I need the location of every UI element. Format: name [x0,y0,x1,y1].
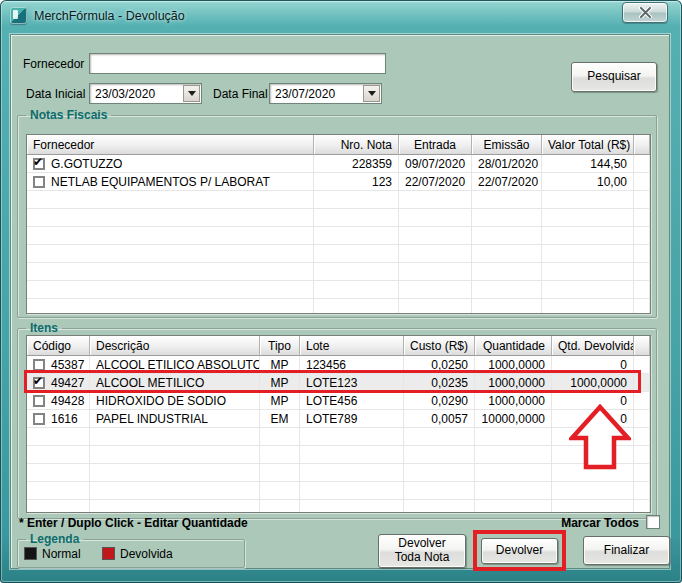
row-checkbox[interactable] [33,158,45,170]
empty-cell [634,446,650,464]
devolver-button[interactable]: Devolver [481,538,558,564]
cell-spacer[interactable] [634,410,650,428]
cell-valor_total[interactable]: 144,50 [542,155,634,173]
cell-nro_nota[interactable]: 228359 [314,155,399,173]
empty-row [27,428,650,446]
column-header[interactable]: Código [27,336,90,356]
cell-text: 1000,0000 [488,376,545,390]
cell-entrada[interactable]: 09/07/2020 [399,155,472,173]
marcar-todos-checkbox[interactable] [646,515,660,529]
cell-qtd_devolvida[interactable]: 0 [552,356,634,374]
table-row[interactable]: 49428HIDROXIDO DE SODIOMPLOTE4560,029010… [27,392,650,410]
cell-qtd_devolvida[interactable]: 1000,0000 [552,374,634,392]
empty-cell [404,446,475,464]
legend-swatch-normal [24,547,37,560]
column-header[interactable]: Fornecedor [27,135,314,155]
close-button[interactable] [622,2,668,23]
column-header[interactable]: Descrição [90,336,260,356]
empty-cell [542,263,634,281]
column-header[interactable]: Nro. Nota [314,135,399,155]
cell-fornecedor[interactable]: G.GOTUZZO [27,155,314,173]
cell-spacer[interactable] [634,356,650,374]
notas-fiscais-table: FornecedorNro. NotaEntradaEmissãoValor T… [26,134,651,314]
cell-tipo[interactable]: MP [260,374,300,392]
finalizar-button[interactable]: Finalizar [583,536,670,565]
data-final-combobox[interactable]: 23/07/2020 [269,83,382,104]
cell-emissao[interactable]: 22/07/2020 [472,173,542,191]
fornecedor-input[interactable] [89,53,386,74]
cell-descricao[interactable]: ALCOOL METILICO [90,374,260,392]
empty-row [27,281,650,299]
empty-cell [472,191,542,209]
cell-qtd_devolvida[interactable]: 0 [552,392,634,410]
column-header[interactable]: Quantidade [475,336,552,356]
row-checkbox[interactable] [33,395,45,407]
cell-custo[interactable]: 0,0235 [404,374,475,392]
table-row[interactable]: G.GOTUZZO22835909/07/202028/01/2020144,5… [27,155,650,173]
cell-spacer[interactable] [634,374,650,392]
table-row[interactable]: 49427ALCOOL METILICOMPLOTE1230,02351000,… [27,374,650,392]
cell-spacer[interactable] [634,155,650,173]
cell-valor_total[interactable]: 10,00 [542,173,634,191]
cell-text: 10,00 [597,175,627,189]
cell-emissao[interactable]: 28/01/2020 [472,155,542,173]
cell-lote[interactable]: 123456 [300,356,404,374]
column-header[interactable]: Custo (R$) [404,336,475,356]
cell-lote[interactable]: LOTE789 [300,410,404,428]
empty-cell [27,281,314,299]
cell-descricao[interactable]: PAPEL INDUSTRIAL [90,410,260,428]
cell-lote[interactable]: LOTE123 [300,374,404,392]
empty-cell [542,191,634,209]
column-header[interactable]: Valor Total (R$) [542,135,634,155]
table-row[interactable]: 45387ALCOOL ETILICO ABSOLUTOMP1234560,02… [27,356,650,374]
row-checkbox[interactable] [33,413,45,425]
cell-tipo[interactable]: EM [260,410,300,428]
cell-nro_nota[interactable]: 123 [314,173,399,191]
cell-lote[interactable]: LOTE456 [300,392,404,410]
column-header[interactable]: Entrada [399,135,472,155]
cell-entrada[interactable]: 22/07/2020 [399,173,472,191]
pesquisar-button[interactable]: Pesquisar [571,62,657,92]
devolver-toda-nota-button[interactable]: Devolver Toda Nota [378,534,466,568]
data-final-dropdown-button[interactable] [363,85,380,102]
cell-fornecedor[interactable]: NETLAB EQUIPAMENTOS P/ LABORAT [27,173,314,191]
empty-cell [634,281,650,299]
cell-custo[interactable]: 0,0290 [404,392,475,410]
cell-text: 09/07/2020 [405,157,465,171]
cell-quantidade[interactable]: 1000,0000 [475,392,552,410]
column-header[interactable]: Qtd. Devolvida [552,336,634,356]
cell-quantidade[interactable]: 10000,0000 [475,410,552,428]
cell-qtd_devolvida[interactable]: 0 [552,410,634,428]
data-inicial-dropdown-button[interactable] [183,85,200,102]
legenda-group: Legenda Normal Devolvida [17,532,245,568]
cell-custo[interactable]: 0,0250 [404,356,475,374]
cell-text: 0 [620,412,627,426]
table-row[interactable]: NETLAB EQUIPAMENTOS P/ LABORAT12322/07/2… [27,173,650,191]
row-checkbox[interactable] [33,377,45,389]
cell-spacer[interactable] [634,173,650,191]
data-inicial-combobox[interactable]: 23/03/2020 [89,83,202,104]
column-header[interactable]: Lote [300,336,404,356]
column-header-spacer [634,135,650,155]
cell-text: LOTE789 [306,412,357,426]
cell-codigo[interactable]: 49428 [27,392,90,410]
cell-codigo[interactable]: 1616 [27,410,90,428]
cell-codigo[interactable]: 49427 [27,374,90,392]
cell-quantidade[interactable]: 1000,0000 [475,374,552,392]
column-header[interactable]: Tipo [260,336,300,356]
cell-descricao[interactable]: HIDROXIDO DE SODIO [90,392,260,410]
empty-cell [475,464,552,482]
cell-tipo[interactable]: MP [260,392,300,410]
cell-descricao[interactable]: ALCOOL ETILICO ABSOLUTO [90,356,260,374]
row-checkbox[interactable] [33,176,45,188]
empty-cell [634,464,650,482]
cell-codigo[interactable]: 45387 [27,356,90,374]
cell-custo[interactable]: 0,0057 [404,410,475,428]
cell-quantidade[interactable]: 1000,0000 [475,356,552,374]
chevron-down-icon [368,91,376,96]
table-row[interactable]: 1616PAPEL INDUSTRIALEMLOTE7890,005710000… [27,410,650,428]
column-header[interactable]: Emissão [472,135,542,155]
cell-spacer[interactable] [634,392,650,410]
row-checkbox[interactable] [33,359,45,371]
cell-tipo[interactable]: MP [260,356,300,374]
